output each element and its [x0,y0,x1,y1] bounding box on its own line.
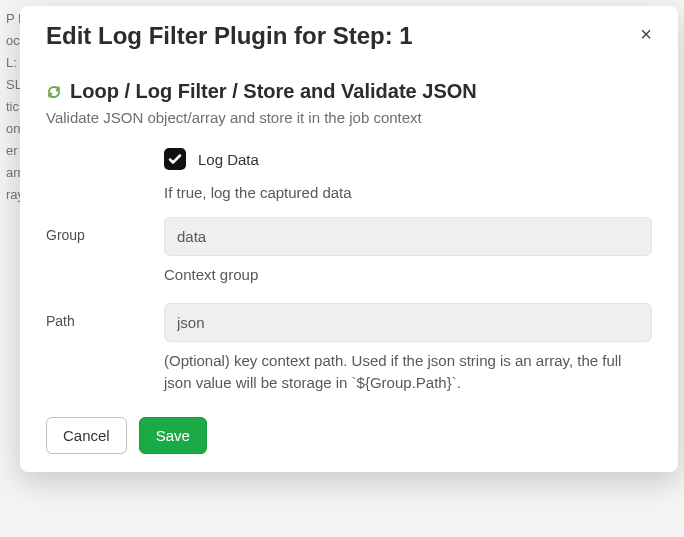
field-group: Group Context group [46,217,652,287]
field-log-data: Log Data If true, log the captured data [46,148,652,201]
field-path: Path (Optional) key context path. Used i… [46,303,652,395]
edit-log-filter-modal: Edit Log Filter Plugin for Step: 1 × Loo… [20,6,678,472]
plugin-name: Loop / Log Filter / Store and Validate J… [70,80,477,103]
loop-icon [46,84,62,100]
modal-footer: Cancel Save [20,395,678,454]
log-data-label-spacer [46,148,164,150]
path-label: Path [46,303,164,329]
group-hint: Context group [164,264,652,287]
group-label: Group [46,217,164,243]
log-data-checkbox[interactable] [164,148,186,170]
check-icon [167,151,183,167]
cancel-button[interactable]: Cancel [46,417,127,454]
group-input[interactable] [164,217,652,256]
modal-header: Edit Log Filter Plugin for Step: 1 × [20,6,678,50]
log-data-label: Log Data [198,151,259,168]
plugin-heading: Loop / Log Filter / Store and Validate J… [46,80,652,103]
log-data-help: If true, log the captured data [164,184,652,201]
modal-body: Loop / Log Filter / Store and Validate J… [20,50,678,395]
close-icon[interactable]: × [636,22,656,46]
plugin-description: Validate JSON object/array and store it … [46,109,652,126]
path-input[interactable] [164,303,652,342]
path-hint: (Optional) key context path. Used if the… [164,350,652,395]
plugin-form: Log Data If true, log the captured data … [46,148,652,395]
save-button[interactable]: Save [139,417,207,454]
modal-title: Edit Log Filter Plugin for Step: 1 [46,22,413,50]
